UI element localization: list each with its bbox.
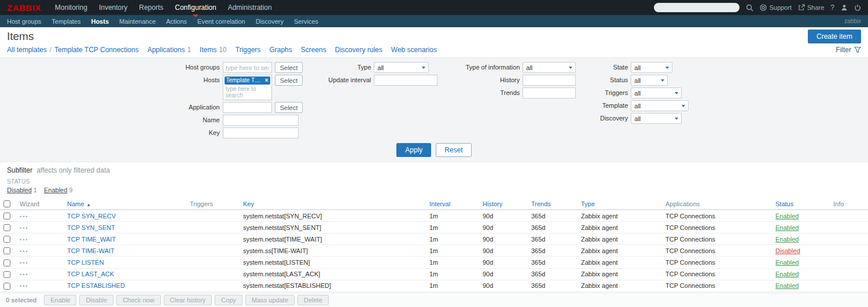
row-checkbox[interactable] xyxy=(3,236,10,243)
clear-history-button[interactable]: Clear history xyxy=(164,295,212,305)
application-select-button[interactable]: Select xyxy=(275,102,303,113)
menu-reports[interactable]: Reports xyxy=(139,0,163,15)
breadcrumb-template[interactable]: Template TCP Connections xyxy=(54,46,139,54)
triggers-select[interactable]: all xyxy=(631,87,682,98)
item-status-link[interactable]: Enabled xyxy=(775,259,799,266)
item-name-link[interactable]: TCP TIME_WAIT xyxy=(67,236,116,243)
enable-button[interactable]: Enable xyxy=(44,295,76,305)
wizard-menu-icon[interactable]: ••• xyxy=(20,260,28,266)
menu-administration[interactable]: Administration xyxy=(228,0,272,15)
wizard-menu-icon[interactable]: ••• xyxy=(20,237,28,243)
item-name-link[interactable]: TCP TIME-WAIT xyxy=(67,247,115,254)
row-checkbox[interactable] xyxy=(3,260,10,266)
subnav-actions[interactable]: Actions xyxy=(166,18,187,25)
menu-configuration[interactable]: Configuration xyxy=(175,0,216,15)
wizard-menu-icon[interactable]: ••• xyxy=(20,214,28,220)
share-link[interactable]: Share xyxy=(798,4,824,11)
item-name-link[interactable]: TCP LAST_ACK xyxy=(67,271,114,277)
subnav-maintenance[interactable]: Maintenance xyxy=(119,18,156,25)
tab-discovery-rules[interactable]: Discovery rules xyxy=(335,46,382,54)
column-trends[interactable]: Trends xyxy=(528,198,578,210)
key-input[interactable] xyxy=(223,127,299,138)
hosts-multiselect[interactable]: Template TCP Con... × type here to searc… xyxy=(223,75,272,100)
create-item-button[interactable]: Create item xyxy=(808,30,861,43)
hosts-select-button[interactable]: Select xyxy=(275,75,303,86)
discovery-label: Discovery xyxy=(594,113,628,122)
wizard-menu-icon[interactable]: ••• xyxy=(20,248,28,254)
host-groups-select-button[interactable]: Select xyxy=(275,62,303,73)
user-profile-icon[interactable] xyxy=(841,4,848,11)
subnav-hosts[interactable]: Hosts xyxy=(91,18,109,25)
item-name-link[interactable]: TCP SYN_RECV xyxy=(67,213,116,220)
item-status-link[interactable]: Enabled xyxy=(775,282,799,289)
logout-icon[interactable] xyxy=(854,4,861,11)
global-search-input[interactable] xyxy=(654,3,740,12)
tab-graphs[interactable]: Graphs xyxy=(269,46,292,54)
select-all-checkbox[interactable] xyxy=(3,200,10,207)
tab-screens[interactable]: Screens xyxy=(301,46,326,54)
wizard-menu-icon[interactable]: ••• xyxy=(20,272,28,277)
type-select[interactable]: all xyxy=(374,62,429,73)
item-status-link[interactable]: Enabled xyxy=(775,236,799,243)
tab-triggers[interactable]: Triggers xyxy=(236,46,261,54)
subnav-event-correlation[interactable]: Event correlation xyxy=(197,18,245,25)
tab-web-scenarios[interactable]: Web scenarios xyxy=(391,46,437,54)
row-checkbox[interactable] xyxy=(3,271,10,278)
menu-monitoring[interactable]: Monitoring xyxy=(55,0,87,15)
column-interval[interactable]: Interval xyxy=(426,198,479,210)
column-key[interactable]: Key xyxy=(240,198,426,210)
status-select[interactable]: all xyxy=(631,75,668,86)
tab-applications[interactable]: Applications1 xyxy=(148,46,191,54)
check-now-button[interactable]: Check now xyxy=(116,295,160,305)
column-history[interactable]: History xyxy=(479,198,528,210)
item-status-link[interactable]: Enabled xyxy=(775,213,799,220)
item-status-link[interactable]: Enabled xyxy=(775,271,799,277)
update-interval-input[interactable] xyxy=(374,75,437,86)
tab-items[interactable]: Items10 xyxy=(200,46,227,54)
chevron-down-icon xyxy=(682,105,685,107)
item-name-link[interactable]: TCP LISTEN xyxy=(67,259,104,266)
subnav-host-groups[interactable]: Host groups xyxy=(7,18,41,25)
host-groups-input[interactable] xyxy=(223,62,272,73)
type-of-information-select[interactable]: all xyxy=(523,62,576,73)
name-input[interactable] xyxy=(223,115,299,126)
trends-input[interactable] xyxy=(523,87,576,98)
subnav-templates[interactable]: Templates xyxy=(52,18,80,25)
row-checkbox[interactable] xyxy=(3,224,10,231)
template-select[interactable]: all xyxy=(631,100,689,111)
item-name-link[interactable]: TCP ESTABLISHED xyxy=(67,282,125,289)
row-checkbox[interactable] xyxy=(3,213,10,220)
copy-button[interactable]: Copy xyxy=(215,295,242,305)
wizard-menu-icon[interactable]: ••• xyxy=(20,225,28,231)
support-link[interactable]: Support xyxy=(760,4,792,11)
subnav-discovery[interactable]: Discovery xyxy=(256,18,284,25)
item-status-link[interactable]: Enabled xyxy=(775,224,799,231)
delete-button[interactable]: Delete xyxy=(297,295,329,305)
discovery-select[interactable]: all xyxy=(631,113,682,124)
row-checkbox[interactable] xyxy=(3,247,10,254)
history-input[interactable] xyxy=(523,75,576,86)
reset-button[interactable]: Reset xyxy=(436,143,471,157)
item-name-link[interactable]: TCP SYN_SENT xyxy=(67,224,115,231)
item-status-link[interactable]: Disabled xyxy=(775,247,800,254)
mass-update-button[interactable]: Mass update xyxy=(245,295,295,305)
apply-button[interactable]: Apply xyxy=(396,143,431,157)
subfilter-disabled[interactable]: Disabled1 xyxy=(7,187,37,193)
state-select[interactable]: all xyxy=(631,62,672,73)
search-icon[interactable] xyxy=(746,4,753,12)
help-link[interactable]: ? xyxy=(830,3,834,12)
subfilter-enabled[interactable]: Enabled9 xyxy=(44,187,73,193)
disable-button[interactable]: Disable xyxy=(79,295,113,305)
application-input[interactable] xyxy=(223,102,272,113)
filter-toggle[interactable]: Filter xyxy=(836,46,861,54)
column-name[interactable]: Name▲ xyxy=(64,198,186,210)
menu-inventory[interactable]: Inventory xyxy=(99,0,127,15)
row-checkbox[interactable] xyxy=(3,283,10,290)
breadcrumb-all-templates[interactable]: All templates xyxy=(7,46,47,54)
wizard-menu-icon[interactable]: ••• xyxy=(20,283,28,289)
zabbix-logo[interactable]: ZABBIX xyxy=(7,3,41,13)
column-type[interactable]: Type xyxy=(578,198,662,210)
subnav-services[interactable]: Services xyxy=(294,18,318,25)
column-status[interactable]: Status xyxy=(772,198,830,210)
remove-chip-icon[interactable]: × xyxy=(265,77,269,84)
